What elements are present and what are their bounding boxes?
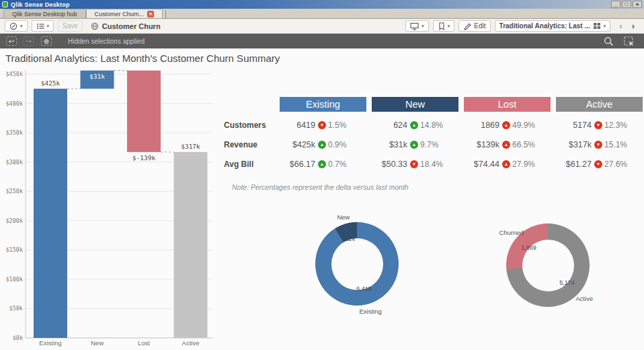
kpi-delta: 12.3% — [604, 120, 629, 130]
delta-up-arrow-icon: ▲ — [410, 121, 418, 129]
kpi-value: 624 — [372, 120, 407, 130]
restore-button[interactable]: □ — [622, 1, 631, 8]
kpi-cell: $61.27▼27.6% — [556, 160, 643, 169]
chevron-down-icon: ▾ — [448, 24, 450, 29]
kpi-column-header-existing: Existing — [280, 97, 366, 112]
list-icon — [36, 22, 44, 30]
edit-button-label: Edit — [474, 22, 485, 30]
kpi-table: ExistingNewLostActive Customers6419▼1.5%… — [224, 97, 643, 191]
tab-hub-label: Qlik Sense Desktop hub — [12, 11, 77, 18]
customers-donut-chart[interactable]: 6,419Existing624New — [300, 207, 414, 321]
step-back-icon[interactable]: ↩ — [6, 36, 17, 46]
waterfall-bar-lost[interactable] — [127, 71, 161, 152]
tab-divider — [165, 10, 166, 18]
donut-slice-name-label: Churned — [499, 228, 524, 236]
donut-slice-value-label: 1,869 — [521, 244, 536, 251]
kpi-row-avg-bill: Avg Bill$66.17▲0.7%$50.33▼18.4%$74.44▲27… — [224, 154, 643, 174]
kpi-delta: 0.7% — [328, 160, 353, 169]
donut-slice-name-label: Active — [575, 295, 593, 302]
kpi-delta: 1.5% — [328, 120, 353, 130]
sheet-selector[interactable]: Traditional Analytics: Last ... ▾ — [495, 20, 611, 32]
tab-customer-churn[interactable]: Customer Churn... × — [86, 9, 163, 18]
delta-down-arrow-icon: ▼ — [594, 160, 602, 168]
search-icon[interactable] — [604, 36, 614, 46]
kpi-table-body: Customers6419▼1.5%624▲14.8%1869▲49.9%517… — [224, 115, 643, 174]
chevron-down-icon: ▾ — [47, 24, 50, 29]
kpi-value: 6419 — [280, 120, 315, 130]
kpi-column-header-active: Active — [556, 97, 643, 112]
delta-up-arrow-icon: ▲ — [502, 121, 510, 129]
selections-bar: ↩ ↪ ⊗ Hidden selections applied — [0, 34, 644, 48]
delta-up-arrow-icon: ▲ — [410, 141, 418, 149]
kpi-cell: $74.44▲27.9% — [464, 160, 551, 169]
kpi-cell: 6419▼1.5% — [280, 120, 366, 130]
y-axis-tick: $100k — [5, 276, 23, 283]
step-forward-icon[interactable]: ↪ — [24, 36, 34, 46]
y-axis-tick: $250k — [5, 188, 23, 195]
close-button[interactable]: × — [633, 1, 642, 8]
save-button[interactable]: Save — [58, 20, 83, 32]
kpi-value: $74.44 — [464, 160, 499, 169]
delta-down-arrow-icon: ▼ — [594, 141, 602, 149]
kpi-delta: 9.7% — [420, 140, 445, 149]
x-axis-label: Lost — [138, 339, 150, 347]
y-axis-tick: $300k — [5, 159, 23, 166]
delta-down-arrow-icon: ▼ — [318, 121, 326, 129]
kpi-cell: 624▲14.8% — [372, 120, 458, 130]
kpi-value: $139k — [464, 140, 499, 149]
churn-donut-chart[interactable]: 5,174Active1,869Churned — [491, 208, 605, 322]
kpi-column-header-new: New — [372, 97, 458, 112]
bookmarks-button[interactable]: ▾ — [433, 20, 455, 32]
donut-slice-value-label: 624 — [345, 236, 355, 242]
y-axis-tick: $200k — [5, 217, 23, 224]
navigation-menu-button[interactable]: ▾ — [5, 20, 28, 32]
donut-slice-value-label: 6,419 — [356, 285, 372, 292]
kpi-value: $317k — [556, 140, 592, 149]
kpi-delta: 15.1% — [604, 140, 629, 149]
storytelling-button[interactable]: ▾ — [405, 20, 429, 32]
kpi-row-customers: Customers6419▼1.5%624▲14.8%1869▲49.9%517… — [224, 115, 643, 135]
edit-button[interactable]: Edit — [458, 20, 490, 32]
kpi-cell: $31k▲9.7% — [372, 140, 458, 149]
revenue-waterfall-chart[interactable]: $0k$50k$100k$150k$200k$250k$300k$350k$40… — [0, 62, 216, 350]
kpi-row-label: Avg Bill — [224, 160, 274, 169]
qlik-app-icon — [2, 1, 8, 7]
previous-sheet-button[interactable]: ‹ — [614, 21, 627, 31]
kpi-value: $425k — [280, 140, 315, 149]
selections-tool-icon[interactable] — [624, 36, 634, 46]
sheet-selector-label: Traditional Analytics: Last ... — [499, 22, 590, 30]
donut-slice-name-label: New — [337, 213, 350, 220]
tab-close-icon[interactable]: × — [147, 11, 154, 18]
next-sheet-button[interactable]: › — [627, 21, 639, 31]
kpi-value: $50.33 — [372, 160, 407, 169]
kpi-delta: 66.5% — [512, 140, 537, 149]
waterfall-bar-active[interactable] — [174, 152, 208, 338]
bar-value-label: $31k — [89, 73, 105, 80]
window-titlebar: Qlik Sense Desktop _ □ × — [0, 0, 644, 9]
bookmark-icon — [438, 22, 445, 30]
kpi-note: Note: Percentages represent the delta ve… — [232, 183, 643, 191]
kpi-delta: 0.9% — [328, 140, 353, 149]
kpi-column-header-lost: Lost — [464, 97, 551, 112]
clear-selections-icon[interactable]: ⊗ — [41, 36, 52, 46]
y-axis-tick: $0k — [13, 335, 23, 341]
waterfall-bar-existing[interactable] — [34, 89, 67, 338]
chevron-down-icon: ▾ — [421, 24, 424, 29]
tab-bar: Qlik Sense Desktop hub Customer Churn...… — [0, 9, 644, 19]
donut-slice-name-label: Existing — [359, 308, 381, 315]
delta-up-arrow-icon: ▲ — [502, 160, 510, 168]
y-axis-tick: $50k — [9, 305, 23, 312]
tab-hub[interactable]: Qlik Sense Desktop hub — [3, 9, 86, 18]
kpi-delta: 27.6% — [604, 160, 629, 169]
kpi-row-revenue: Revenue$425k▲0.9%$31k▲9.7%$139k▲66.5%$31… — [224, 135, 643, 154]
kpi-cell: 5174▼12.3% — [556, 120, 643, 130]
global-menu-button[interactable]: ▾ — [32, 20, 54, 32]
y-axis-tick: $400k — [5, 100, 23, 107]
window-title: Qlik Sense Desktop — [11, 1, 70, 8]
kpi-cell: $317k▼15.1% — [556, 140, 643, 149]
minimize-button[interactable]: _ — [611, 1, 620, 8]
kpi-row-label: Revenue — [224, 140, 274, 149]
bar-value-label: $317k — [181, 143, 200, 150]
donut-slice-value-label: 5,174 — [559, 279, 575, 286]
bar-value-label: $-139k — [132, 154, 156, 162]
